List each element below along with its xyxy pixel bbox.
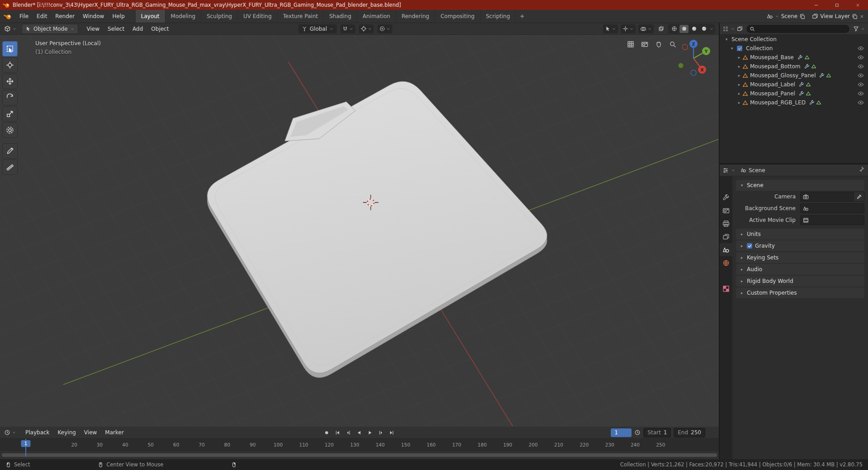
collection-checkbox[interactable] [737,46,742,51]
menu-render[interactable]: Render [51,11,79,22]
outliner-item-mousepad-label[interactable]: ▸Mousepad_Label [720,80,868,89]
pin-icon[interactable] [859,166,864,172]
zoom-view-icon[interactable] [668,39,678,49]
jump-last-button[interactable] [387,428,396,437]
properties-tab-output[interactable] [720,217,732,230]
menu-file[interactable]: File [15,11,33,22]
chevron-down-icon[interactable] [861,27,865,31]
menu-help[interactable]: Help [108,11,128,22]
properties-tab-render[interactable] [720,204,732,217]
timeline-editor-type-button[interactable] [2,428,19,437]
minimize-button[interactable] [806,0,826,10]
shading-wireframe-button[interactable] [670,25,679,33]
workspace-tab-texture-paint[interactable]: Texture Paint [278,10,324,23]
overlays-dropdown[interactable] [638,24,654,33]
menu-edit[interactable]: Edit [33,11,51,22]
timeline-menu-playback[interactable]: Playback [21,427,54,438]
collapse-icon[interactable]: ▾ [729,46,735,51]
workspace-tab-animation[interactable]: Animation [357,10,396,23]
visibility-eye-icon[interactable] [858,99,864,106]
properties-tab-view-layer[interactable] [720,230,732,243]
workspace-tab-rendering[interactable]: Rendering [396,10,435,23]
timeline-menu-keying[interactable]: Keying [54,427,80,438]
record-button[interactable] [322,428,331,437]
outliner-item-mousepad-glossy-panel[interactable]: ▸Mousepad_Glossy_Panel [720,71,868,80]
background-scene-field[interactable] [800,203,864,213]
outliner-search-field[interactable] [746,25,849,33]
maximize-button[interactable] [826,0,847,10]
expand-icon[interactable]: ▸ [736,55,742,60]
viewport-menu-select[interactable]: Select [104,24,128,34]
outliner-item-mousepad-bottom[interactable]: ▸Mousepad_Bottom [720,62,868,71]
panel-audio[interactable]: ▸Audio [736,264,864,275]
neg-z-axis-ball[interactable] [691,70,696,75]
properties-tab-world[interactable] [720,256,732,269]
snap-target-dropdown[interactable] [359,24,374,33]
outliner-item-mousepad-rgb-led[interactable]: ▸Mousepad_RGB_LED [720,98,868,107]
visibility-eye-icon[interactable] [858,45,864,52]
close-button[interactable] [847,0,868,10]
preview-range-icon[interactable] [634,429,641,436]
timeline-menu-marker[interactable]: Marker [101,427,127,438]
visibility-eye-icon[interactable] [858,54,864,61]
outliner-collection-row[interactable]: ▾ Collection [720,44,868,53]
scale-tool-button[interactable] [2,106,18,122]
timeline-scrollbar[interactable] [2,453,717,457]
play-reverse-button[interactable] [354,428,363,437]
panel-rigid-body-world[interactable]: ▸Rigid Body World [736,276,864,287]
panel-gravity[interactable]: ▸Gravity [736,240,864,251]
properties-tab-scene[interactable] [720,243,732,256]
navigation-gizmo[interactable]: Z Y X [679,40,711,75]
collapse-icon[interactable]: ▾ [723,37,730,42]
expand-icon[interactable]: ▸ [736,73,742,78]
editor-type-button[interactable] [2,24,19,33]
pan-view-icon[interactable] [654,39,664,49]
expand-icon[interactable]: ▸ [736,100,742,105]
view-layer-selector[interactable]: View Layer [812,13,864,19]
snap-toggle[interactable] [340,24,355,33]
eyedropper-icon[interactable] [854,192,864,202]
display-mode-icon[interactable] [737,26,743,32]
prev-keyframe-button[interactable] [344,428,353,437]
workspace-tab-shading[interactable]: Shading [324,10,357,23]
gizmos-dropdown[interactable] [621,24,636,33]
chevron-down-icon[interactable] [731,168,736,173]
mode-dropdown[interactable]: Object Mode [22,24,78,34]
workspace-tab-modeling[interactable]: Modeling [165,10,202,23]
workspace-tab-scripting[interactable]: Scripting [481,10,516,23]
current-frame-field[interactable]: 1 [611,428,632,437]
active-movie-clip-field[interactable] [800,215,864,225]
menu-window[interactable]: Window [79,11,108,22]
remove-view-layer-icon[interactable] [859,14,864,19]
orientation-dropdown[interactable]: Global [298,24,337,33]
shading-material-button[interactable] [689,25,698,33]
outliner-item-mousepad-base[interactable]: ▸Mousepad_Base [720,53,868,62]
gravity-checkbox[interactable] [747,243,752,249]
add-workspace-button[interactable] [516,14,528,19]
workspace-tab-uv-editing[interactable]: UV Editing [238,10,278,23]
panel-keying-sets[interactable]: ▸Keying Sets [736,252,864,263]
end-frame-field[interactable]: End 250 [674,428,705,437]
cursor-tool-button[interactable] [2,57,18,73]
workspace-tab-layout[interactable]: Layout [135,10,165,23]
properties-tab-tool[interactable] [720,191,732,204]
visibility-eye-icon[interactable] [858,63,864,70]
measure-tool-button[interactable] [2,160,18,175]
search-input[interactable] [757,25,846,32]
camera-field[interactable] [800,192,854,202]
move-tool-button[interactable] [2,74,18,89]
new-view-layer-icon[interactable] [852,14,858,19]
play-button[interactable] [365,428,374,437]
neg-x-axis-ball[interactable] [682,44,688,50]
workspace-tab-sculpting[interactable]: Sculpting [201,10,238,23]
shading-rendered-button[interactable] [699,25,708,33]
viewport-menu-add[interactable]: Add [128,24,147,34]
annotate-tool-button[interactable] [2,143,18,159]
selectability-dropdown[interactable] [603,24,618,33]
jump-first-button[interactable] [333,428,342,437]
mousepad-model[interactable] [207,81,547,377]
expand-icon[interactable]: ▸ [736,82,742,87]
panel-units[interactable]: ▸Units [736,229,864,240]
viewport-3d-scene[interactable]: Z Y X [0,35,719,427]
visibility-eye-icon[interactable] [858,72,864,79]
